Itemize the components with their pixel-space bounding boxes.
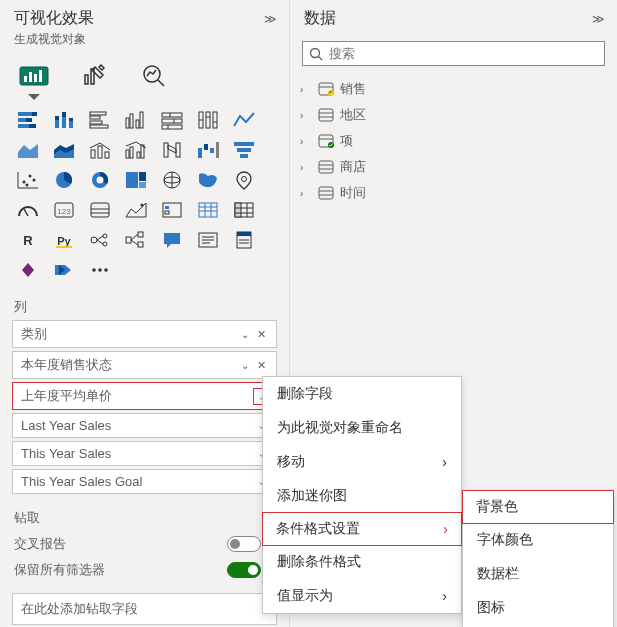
viz-multi-card[interactable] [86, 198, 114, 222]
viz-header: 可视化效果 ≫ [0, 0, 289, 31]
viz-azure-map[interactable] [230, 168, 258, 192]
table-row[interactable]: ›时间 [298, 180, 609, 206]
svg-rect-41 [91, 150, 95, 158]
svg-rect-49 [176, 143, 180, 157]
viz-funnel[interactable] [230, 138, 258, 162]
viz-100-bar[interactable] [158, 108, 186, 132]
viz-scatter[interactable] [14, 168, 42, 192]
field-well[interactable]: 本年度销售状态⌄✕ [12, 351, 277, 379]
chevron-right-icon[interactable]: › [300, 162, 312, 173]
svg-text:Py: Py [57, 235, 71, 247]
viz-line[interactable] [230, 108, 258, 132]
field-well[interactable]: Last Year Sales⌄ [12, 413, 277, 438]
svg-rect-9 [18, 112, 32, 116]
keep-filters-toggle[interactable] [227, 562, 261, 578]
viz-get-more[interactable] [86, 258, 114, 282]
table-row[interactable]: ›项 [298, 128, 609, 154]
ctx-sparkline[interactable]: 添加迷你图 [263, 479, 461, 513]
viz-area[interactable] [14, 138, 42, 162]
chevron-down-icon[interactable]: ⌄ [237, 360, 253, 371]
close-icon[interactable]: ✕ [253, 359, 270, 372]
viz-line-clustered-column[interactable] [122, 138, 150, 162]
collapse-viz-icon[interactable]: ≫ [263, 12, 277, 26]
viz-slicer[interactable] [158, 198, 186, 222]
svg-point-117 [311, 48, 320, 57]
viz-clustered-bar[interactable] [86, 108, 114, 132]
ctx-background-color[interactable]: 背景色 [462, 490, 614, 524]
viz-donut[interactable] [86, 168, 114, 192]
viz-powerapps[interactable] [14, 258, 42, 282]
svg-point-62 [26, 184, 29, 187]
viz-kpi[interactable] [122, 198, 150, 222]
drill-drop-zone[interactable]: 在此处添加钻取字段 [12, 593, 277, 625]
chevron-right-icon[interactable]: › [300, 188, 312, 199]
svg-rect-89 [235, 203, 241, 217]
viz-paginated[interactable] [230, 228, 258, 252]
ctx-move[interactable]: 移动› [263, 445, 461, 479]
ctx-conditional-formatting[interactable]: 条件格式设置› [262, 512, 462, 546]
field-well[interactable]: 类别⌄✕ [12, 320, 277, 348]
viz-card[interactable]: 123 [50, 198, 78, 222]
viz-stacked-area[interactable] [50, 138, 78, 162]
collapse-data-icon[interactable]: ≫ [591, 12, 605, 26]
svg-text:123: 123 [57, 207, 71, 216]
ctx-data-bars[interactable]: 数据栏 [463, 557, 613, 591]
chevron-down-icon[interactable]: ⌄ [237, 329, 253, 340]
viz-narrative[interactable] [194, 228, 222, 252]
viz-100-column[interactable] [194, 108, 222, 132]
viz-map[interactable] [158, 168, 186, 192]
tab-analytics[interactable] [136, 58, 172, 94]
viz-python[interactable]: Py [50, 228, 78, 252]
viz-title: 可视化效果 [14, 8, 94, 29]
chevron-right-icon[interactable]: › [300, 136, 312, 147]
viz-matrix[interactable] [230, 198, 258, 222]
viz-treemap[interactable] [122, 168, 150, 192]
field-well[interactable]: This Year Sales⌄ [12, 441, 277, 466]
table-icon [318, 108, 334, 122]
context-menu-field: 删除字段 为此视觉对象重命名 移动› 添加迷你图 条件格式设置› 删除条件格式 … [262, 376, 462, 614]
viz-line-stacked-column[interactable] [86, 138, 114, 162]
svg-line-8 [158, 80, 164, 86]
table-row[interactable]: ›商店 [298, 154, 609, 180]
chevron-right-icon[interactable]: › [300, 110, 312, 121]
ctx-show-value-as[interactable]: 值显示为› [263, 579, 461, 613]
viz-pie[interactable] [50, 168, 78, 192]
viz-clustered-column[interactable] [122, 108, 150, 132]
viz-qna[interactable] [158, 228, 186, 252]
search-box[interactable] [302, 41, 605, 66]
field-well-highlighted[interactable]: 上年度平均单价⌄ [12, 382, 277, 410]
viz-table[interactable] [194, 198, 222, 222]
svg-line-118 [319, 56, 323, 60]
table-row[interactable]: ›销售 [298, 76, 609, 102]
ctx-rename[interactable]: 为此视觉对象重命名 [263, 411, 461, 445]
viz-stacked-bar[interactable] [14, 108, 42, 132]
field-well[interactable]: This Year Sales Goal⌄ [12, 469, 277, 494]
viz-r[interactable]: R [14, 228, 42, 252]
ctx-font-color[interactable]: 字体颜色 [463, 523, 613, 557]
svg-rect-53 [216, 142, 219, 158]
chevron-right-icon[interactable]: › [300, 84, 312, 95]
viz-automate[interactable] [50, 258, 78, 282]
viz-waterfall[interactable] [194, 138, 222, 162]
tab-format[interactable] [76, 58, 112, 94]
svg-rect-55 [237, 148, 251, 152]
ctx-icons[interactable]: 图标 [463, 591, 613, 625]
viz-ribbon[interactable] [158, 138, 186, 162]
viz-key-influencers[interactable] [86, 228, 114, 252]
cross-report-toggle[interactable] [227, 536, 261, 552]
tab-build[interactable] [16, 58, 52, 94]
svg-rect-102 [138, 232, 143, 237]
ctx-remove-cf[interactable]: 删除条件格式 [263, 545, 461, 579]
viz-decomposition[interactable] [122, 228, 150, 252]
svg-rect-80 [163, 203, 181, 217]
close-icon[interactable]: ✕ [253, 328, 270, 341]
svg-rect-52 [210, 148, 214, 153]
viz-filled-map[interactable] [194, 168, 222, 192]
viz-gauge[interactable] [14, 198, 42, 222]
viz-stacked-column[interactable] [50, 108, 78, 132]
ctx-remove-field[interactable]: 删除字段 [263, 377, 461, 411]
search-input[interactable] [329, 46, 598, 61]
svg-rect-21 [90, 112, 106, 115]
svg-rect-25 [126, 118, 129, 128]
table-row[interactable]: ›地区 [298, 102, 609, 128]
